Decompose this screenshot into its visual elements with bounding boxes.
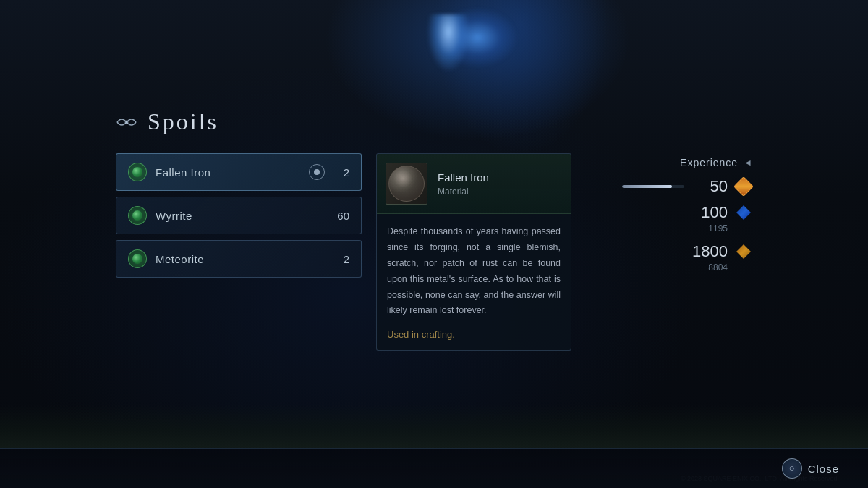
exp-sub-value-3: 8804 [708,262,752,273]
exp-gem-blue [735,204,752,221]
close-label: Close [808,463,839,475]
exp-row-3: 1800 [622,242,752,261]
item-name: Fallen Iron [156,166,309,179]
top-separator [0,87,868,87]
item-detail-panel: Fallen Iron Material Despite thousands o… [376,153,571,351]
exp-value-3: 1800 [692,242,728,261]
item-row[interactable]: Meteorite 2 [116,240,362,278]
spoils-header: Spoils [116,108,752,135]
svg-point-0 [125,120,129,124]
item-detail-name: Fallen Iron [438,171,489,184]
close-button[interactable]: ○ Close [782,458,839,479]
item-detail-header: Fallen Iron Material [377,154,571,214]
item-name: Meteorite [156,253,332,265]
exp-row-1: 50 [622,177,752,196]
item-list: Fallen Iron 2 Wyrrite 60 Meteorite [116,153,362,278]
exp-value-2: 100 [692,203,728,222]
item-icon [128,249,147,268]
selector-dot [314,169,320,175]
item-detail-type: Material [438,187,489,197]
exp-gem-gold [735,243,752,260]
exp-row-2: 100 [622,203,752,222]
exp-value-1: 50 [692,177,728,196]
item-icon [128,163,147,181]
item-count: 2 [332,166,349,179]
item-thumbnail-image [388,166,425,202]
exp-gem-orange [735,178,752,195]
columns-layout: Fallen Iron 2 Wyrrite 60 Meteorite [116,153,752,351]
exp-title: Experience [680,157,738,168]
item-row[interactable]: Fallen Iron 2 [116,153,362,191]
exp-bar-fill [622,185,672,188]
item-icon-inner [132,210,142,221]
item-count: 60 [332,210,349,222]
item-count: 2 [332,253,349,265]
item-crafting-note: Used in crafting. [377,326,571,350]
exp-bar [622,185,684,188]
sparkle-effect [391,0,535,94]
gem-gold-shape [736,244,751,259]
bottom-bar: ○ Close [0,448,868,488]
exp-arrow-icon: ◄ [744,158,752,168]
item-description: Despite thousands of years having passed… [377,214,571,326]
exp-header: Experience ◄ [680,157,752,168]
close-circle-icon: ○ [782,458,802,479]
gem-blue-shape [736,205,751,220]
item-row[interactable]: Wyrrite 60 [116,197,362,234]
experience-panel: Experience ◄ 50 100 [586,153,752,281]
item-meta: Fallen Iron Material [438,171,489,197]
item-selector [309,164,325,180]
close-icon-symbol: ○ [789,463,795,474]
item-icon [128,206,147,225]
spoils-icon [116,114,137,131]
item-icon-inner [132,254,142,264]
item-icon-inner [132,167,142,177]
item-name: Wyrrite [156,210,332,222]
item-thumbnail [386,163,427,205]
exp-sub-value-2: 1195 [708,223,752,234]
main-content: Spoils Fallen Iron 2 Wyrrite [0,94,868,448]
gem-orange-shape [733,176,754,197]
spoils-title: Spoils [148,108,218,135]
